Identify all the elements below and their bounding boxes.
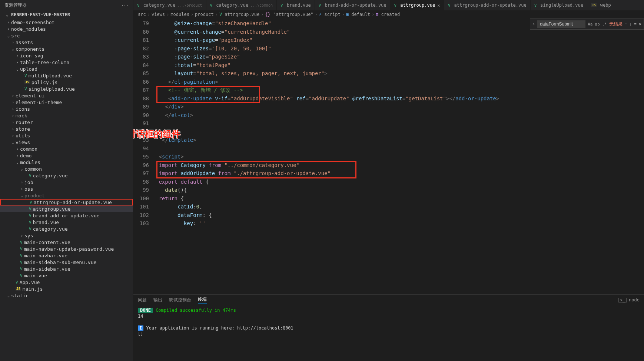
js-icon: JS [24,80,30,84]
tree-item[interactable]: ⌄views [0,139,133,146]
chevron-icon: › [10,120,16,124]
terminal-node-label[interactable]: node [629,297,640,302]
tree-item[interactable]: Vbrand.vue [0,219,133,225]
tree-item[interactable]: JSmain.js [0,285,133,292]
prev-match-icon[interactable]: ↑ [625,22,627,27]
editor-tab[interactable]: Vcategory.vue...\product [133,0,206,10]
terminal-tab[interactable]: 输出 [153,297,162,303]
tree-item[interactable]: ›element-ui-theme [0,99,133,106]
tree-item[interactable]: Vbrand-add-or-update.vue [0,212,133,219]
code-editor[interactable]: › Aa ab .* 无结果 ↑ ↓ ≡ ✕ 79808182838485868… [133,19,644,294]
tree-item[interactable]: ›store [0,126,133,132]
tree-item[interactable]: ⌄static [0,292,133,299]
breadcrumb-item[interactable]: ⚡ script [319,12,341,17]
tree-item[interactable]: ›icon-svg [0,52,133,59]
tree-item[interactable]: Vmain-navbar.vue [0,252,133,259]
tree-item[interactable]: ›job [0,179,133,185]
tree-item[interactable]: ⌄src [0,32,133,39]
tree-label: singleUpload.vue [29,86,75,92]
breadcrumb-item[interactable]: {} "attrgroup.vue" [265,12,313,17]
tree-item[interactable]: ⌄components [0,46,133,52]
match-case-icon[interactable]: Aa [588,22,592,27]
tree-item[interactable]: ›demo [0,152,133,159]
tree-item[interactable]: ›table-tree-column [0,59,133,66]
terminal-tab[interactable]: 调试控制台 [169,297,191,303]
tree-label: category.vue [33,173,68,178]
tree-item[interactable]: Vcategory.vue [0,225,133,232]
editor-tab[interactable]: Vcategory.vue...\common [206,0,277,10]
tree-item[interactable]: Vmain.vue [0,272,133,279]
tree-item[interactable]: ⌄modules [0,159,133,166]
tree-item[interactable]: VApp.vue [0,279,133,285]
tree-item[interactable]: Vmain-content.vue [0,239,133,245]
chevron-right-icon[interactable]: › [532,21,535,27]
tree-item[interactable]: Vmain-sidebar-sub-menu.vue [0,259,133,265]
tree-item[interactable]: ›common [0,146,133,152]
editor-tab[interactable]: VsingleUpload.vue [531,0,587,10]
find-in-selection-icon[interactable]: ≡ [634,22,637,27]
editor-tab[interactable]: JSwebp [587,0,615,10]
breadcrumb-item[interactable]: views [152,12,165,17]
tree-item[interactable]: VsingleUpload.vue [0,86,133,92]
tree-item[interactable]: ›node_modules [0,26,133,32]
tree-item[interactable]: ›icons [0,106,133,112]
tree-item[interactable]: ›sys [0,232,133,239]
breadcrumb-item[interactable]: ⊟ created [376,12,400,17]
tree-item[interactable]: ›router [0,119,133,126]
vue-icon: V [137,3,140,8]
editor-tab[interactable]: Vbrand.vue [277,0,315,10]
tree-item[interactable]: ⌄product [0,192,133,199]
chevron-icon: ⌄ [15,67,20,71]
terminal-tab[interactable]: 终端 [198,296,207,304]
tree-label: utils [16,133,30,138]
tree-item[interactable]: Vattrgroup-add-or-update.vue [0,199,133,205]
tree-label: node_modules [11,26,46,32]
close-icon[interactable]: × [437,3,440,8]
tree-item[interactable]: ⌄upload [0,66,133,72]
breadcrumb-item[interactable]: ▣ default [346,12,370,17]
next-match-icon[interactable]: ↓ [630,22,632,27]
terminal-tab[interactable]: 问题 [138,297,147,303]
vue-icon: V [20,260,23,265]
editor-tab[interactable]: Vbrand-add-or-update.vue [315,0,391,10]
tree-label: icons [16,106,30,112]
tree-item[interactable]: ›demo-screenshot [0,19,133,26]
tree-item[interactable]: ›oss [0,185,133,192]
tree-label: modules [20,160,40,165]
breadcrumb-item[interactable]: src [138,12,146,17]
tree-label: demo [20,153,31,158]
code-content[interactable]: @size-change="sizeChangeHandle" @current… [156,19,644,294]
breadcrumb-item[interactable]: product [195,12,214,17]
tree-item[interactable]: ›element-ui [0,92,133,99]
tree-item[interactable]: ›assets [0,39,133,46]
more-icon[interactable]: ··· [121,3,129,8]
tree-item[interactable]: ›mock [0,112,133,119]
tree-item[interactable]: ›utils [0,132,133,139]
close-icon[interactable]: ✕ [639,21,641,27]
file-tree[interactable]: ›demo-screenshot›node_modules⌄src›assets… [0,19,133,361]
tree-item[interactable]: ⌄common [0,166,133,172]
vue-icon: V [30,200,32,205]
terminal-output[interactable]: DONE Compiled successfully in 474ms 14 I… [133,305,644,361]
tree-label: upload [20,66,37,72]
editor-tab[interactable]: Vattrgroup.vue× [391,0,444,10]
terminal-selector[interactable]: >_ [618,298,627,302]
vue-icon: V [29,213,31,218]
breadcrumb-item[interactable]: V attrgroup.vue [219,12,259,17]
regex-icon[interactable]: .* [602,22,607,27]
chevron-icon: › [19,180,24,184]
editor-tab[interactable]: Vattrgroup-add-or-update.vue [444,0,531,10]
tree-item[interactable]: Vmain-sidebar.vue [0,265,133,272]
whole-word-icon[interactable]: ab [595,22,600,27]
project-root[interactable]: ⌄ RENREN-FAST-VUE-MASTER [0,11,133,19]
tree-item[interactable]: Vcategory.vue [0,172,133,179]
tree-label: product [24,193,45,198]
tree-item[interactable]: JSpolicy.js [0,79,133,86]
tree-item[interactable]: VmultiUpload.vue [0,72,133,79]
tree-item[interactable]: Vattrgroup.vue [0,205,133,212]
breadcrumbs[interactable]: src›views›modules›product›V attrgroup.vu… [133,10,644,19]
tree-label: views [16,140,30,145]
tree-item[interactable]: Vmain-navbar-update-password.vue [0,245,133,252]
breadcrumb-item[interactable]: modules [170,12,189,17]
search-input[interactable] [537,20,585,28]
